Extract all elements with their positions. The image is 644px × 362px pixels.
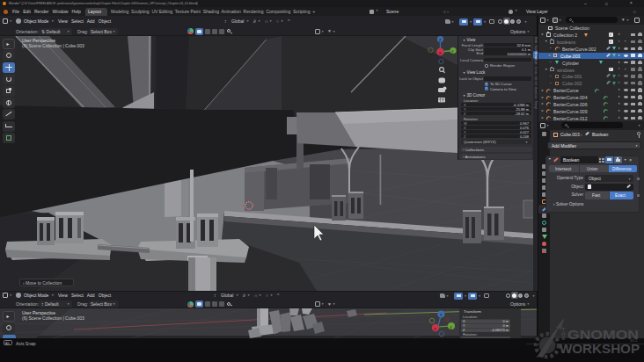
- svg-text:-4.08573 m: -4.08573 m: [491, 328, 509, 332]
- svg-text:GNOMON: GNOMON: [567, 328, 639, 342]
- svg-text:E: E: [562, 336, 566, 341]
- svg-text:WORKSHOP: WORKSHOP: [560, 342, 640, 356]
- svg-text:x: x: [439, 50, 442, 55]
- svg-text:Transform: Transform: [464, 309, 481, 314]
- svg-text:33.1: 33.1: [630, 338, 638, 343]
- svg-text:Rotation:: Rotation:: [463, 332, 478, 337]
